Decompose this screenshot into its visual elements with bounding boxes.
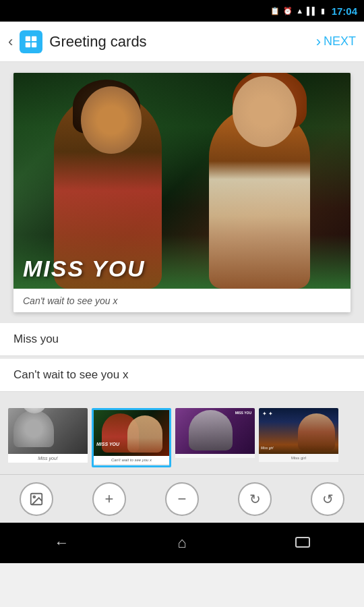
- thumb-1-bg: [8, 408, 88, 454]
- svg-rect-3: [32, 42, 36, 47]
- signal-icon: ▌▌: [307, 7, 317, 15]
- thumb-4-figure: [298, 413, 335, 451]
- thumb-2-bg: MISS YOU: [94, 410, 169, 456]
- main-content: MISS YOU Can't wait to see you x: [0, 62, 364, 323]
- app-icon: [20, 30, 42, 53]
- thumb-1-figure: [13, 410, 54, 447]
- next-chevron-icon: ›: [316, 33, 321, 51]
- thumb-2-inner: MISS YOU Can't wait to see you x: [94, 410, 169, 465]
- thumb-2-caption: Can't wait to see you x: [94, 456, 169, 464]
- add-icon: +: [105, 490, 114, 508]
- alarm-icon: ⏰: [283, 7, 293, 16]
- thumbnail-1[interactable]: Miss you!: [8, 408, 88, 467]
- card-caption: Can't wait to see you x: [23, 295, 117, 306]
- card-text-overlay: MISS YOU: [13, 245, 351, 289]
- image-button[interactable]: [20, 482, 53, 516]
- remove-button[interactable]: −: [165, 482, 199, 516]
- nav-home-button[interactable]: ⌂: [164, 527, 200, 558]
- rotate-icon: ↻: [249, 491, 261, 507]
- next-button[interactable]: › NEXT: [316, 33, 356, 51]
- card-image: MISS YOU: [13, 73, 351, 289]
- rotate-button[interactable]: ↻: [238, 482, 272, 516]
- thumb-2-overlay-text: MISS YOU: [96, 442, 119, 446]
- thumbnail-2[interactable]: MISS YOU Can't wait to see you x: [92, 408, 171, 467]
- thumb-1-inner: Miss you!: [8, 408, 88, 467]
- app-logo-icon: [24, 34, 38, 49]
- app-bar: ‹ Greeting cards › NEXT: [0, 22, 364, 62]
- status-time: 17:04: [332, 5, 357, 17]
- thumb-3-miss-you: MISS YOU: [235, 411, 251, 415]
- thumb-3-figure: [189, 410, 233, 451]
- nav-back-button[interactable]: ←: [40, 527, 82, 558]
- next-label: NEXT: [324, 34, 356, 49]
- svg-rect-2: [26, 42, 30, 47]
- thumbnail-4[interactable]: ✦ ✦ Miss girl Miss girl: [259, 408, 338, 467]
- status-bar: 📋 ⏰ ▲ ▌▌ ▮ 17:04: [0, 0, 364, 22]
- thumb-4-inner: ✦ ✦ Miss girl Miss girl: [259, 408, 338, 467]
- app-title: Greeting cards: [49, 33, 146, 51]
- card-main-text: MISS YOU: [23, 256, 341, 282]
- undo-icon: ↺: [322, 491, 334, 507]
- head-right: [233, 76, 297, 147]
- card-caption-area: Can't wait to see you x: [13, 289, 351, 312]
- battery-icon: ▮: [321, 7, 325, 16]
- thumb-1-caption: Miss you!: [8, 454, 88, 463]
- text-fields-area: Miss you Can't wait to see you x: [0, 323, 364, 401]
- card-preview: MISS YOU Can't wait to see you x: [13, 73, 351, 312]
- thumb-3-caption: [175, 454, 255, 458]
- status-icons: 📋 ⏰ ▲ ▌▌ ▮: [270, 7, 324, 16]
- thumb-4-caption: Miss girl: [259, 454, 338, 462]
- thumb-4-stars: ✦ ✦: [262, 411, 273, 417]
- svg-rect-0: [26, 36, 30, 40]
- undo-button[interactable]: ↺: [311, 482, 344, 516]
- subtext-field[interactable]: Can't wait to see you x: [0, 359, 364, 392]
- thumbnail-3[interactable]: MISS YOU: [175, 408, 255, 467]
- thumb-3-bg: MISS YOU: [175, 408, 255, 454]
- thumb-3-inner: MISS YOU: [175, 408, 255, 467]
- thumb-4-bg: ✦ ✦ Miss girl: [259, 408, 338, 454]
- svg-rect-1: [32, 36, 36, 40]
- thumbnail-strip: Miss you! MISS YOU Can't wait to see you…: [0, 401, 364, 474]
- add-button[interactable]: +: [92, 482, 126, 516]
- recent-icon: [295, 537, 310, 548]
- thumb-2-person-right: [127, 415, 162, 453]
- wifi-icon: ▲: [296, 7, 303, 15]
- head-left: [81, 86, 142, 154]
- phone-icon: 📋: [270, 7, 280, 16]
- bottom-toolbar: + − ↻ ↺: [0, 474, 364, 523]
- image-icon: [29, 492, 44, 507]
- nav-recent-button[interactable]: [282, 527, 324, 558]
- minus-icon: −: [178, 490, 187, 508]
- app-bar-left: ‹ Greeting cards: [8, 30, 147, 53]
- back-arrow-icon[interactable]: ‹: [8, 33, 13, 51]
- svg-point-5: [33, 496, 35, 498]
- svg-rect-6: [296, 538, 309, 547]
- thumb-4-text: Miss girl: [261, 446, 273, 450]
- nav-bar: ← ⌂: [0, 523, 364, 563]
- headline-field[interactable]: Miss you: [0, 323, 364, 356]
